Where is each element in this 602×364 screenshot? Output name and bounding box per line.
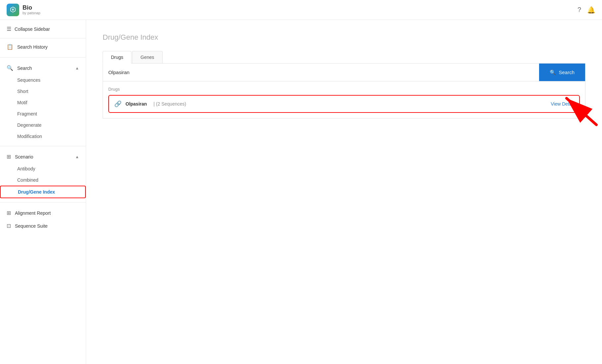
logo-area: Bio by patsnap <box>7 4 40 16</box>
alignment-section: ⊞ Alignment Report ⊡ Sequence Suite <box>0 205 86 234</box>
alignment-report-label: Alignment Report <box>15 210 51 216</box>
scenario-section: ⊞ Scenario ▲ Antibody Combined Drug/Gene… <box>0 148 86 200</box>
search-section: 🔍 Search ▲ Sequences Short Motif Fragmen… <box>0 60 86 144</box>
notification-icon[interactable]: 🔔 <box>587 6 595 14</box>
tab-bar: Drugs Genes <box>103 51 585 64</box>
sequences-count: | (2 Sequences) <box>154 101 186 107</box>
search-input[interactable] <box>103 64 539 81</box>
divider-1 <box>0 57 86 58</box>
sidebar-item-alignment-report[interactable]: ⊞ Alignment Report <box>0 206 86 219</box>
divider-3 <box>0 202 86 203</box>
divider-2 <box>0 146 86 146</box>
sidebar-item-motif[interactable]: Motif <box>0 97 86 108</box>
sidebar-item-modification[interactable]: Modification <box>0 131 86 142</box>
sidebar-item-search-history[interactable]: 📋 Search History <box>0 40 86 53</box>
sidebar-item-combined[interactable]: Combined <box>0 174 86 186</box>
drug-name: Olpasiran <box>125 101 147 107</box>
sequence-suite-icon: ⊡ <box>7 223 11 229</box>
search-group-icon: 🔍 <box>7 65 13 71</box>
sequence-suite-label: Sequence Suite <box>15 223 48 229</box>
search-container: 🔍 Search <box>103 64 585 81</box>
sidebar-item-short[interactable]: Short <box>0 86 86 97</box>
tab-drugs[interactable]: Drugs <box>103 51 131 64</box>
collapse-icon: ☰ <box>7 26 11 32</box>
drug-icon: 🔗 <box>114 100 122 108</box>
search-chevron-icon: ▲ <box>75 66 79 70</box>
alignment-icon: ⊞ <box>7 210 11 216</box>
sidebar-item-degenerate[interactable]: Degenerate <box>0 119 86 131</box>
search-group-label: Search <box>17 66 32 71</box>
view-detail-link[interactable]: View Detail <box>551 101 574 107</box>
scenario-chevron-icon: ▲ <box>75 155 79 159</box>
result-item-wrapper: 🔗 Olpasiran | (2 Sequences) View Detail <box>108 95 580 113</box>
app-header: Bio by patsnap ? 🔔 <box>0 0 602 20</box>
sidebar: ☰ Collapse Sidebar 📋 Search History 🔍 Se… <box>0 20 86 364</box>
sidebar-item-sequence-suite[interactable]: ⊡ Sequence Suite <box>0 219 86 232</box>
help-icon[interactable]: ? <box>577 6 581 14</box>
search-btn-icon: 🔍 <box>550 69 556 75</box>
search-sub-menu: Sequences Short Motif Fragment Degenerat… <box>0 74 86 142</box>
page-title: Drug/Gene Index <box>103 33 585 42</box>
search-row: 🔍 Search <box>103 64 585 81</box>
tab-genes[interactable]: Genes <box>132 51 162 63</box>
header-actions: ? 🔔 <box>577 6 595 14</box>
scenario-group-icon: ⊞ <box>7 154 11 160</box>
sidebar-item-drug-gene-index[interactable]: Drug/Gene Index <box>0 186 86 198</box>
sidebar-item-sequences[interactable]: Sequences <box>0 74 86 86</box>
results-section: Drugs 🔗 Olpasiran | (2 Sequences) View D… <box>103 81 585 118</box>
search-btn-label: Search <box>559 69 575 75</box>
logo-icon <box>7 4 19 16</box>
results-section-label: Drugs <box>108 87 580 92</box>
sidebar-item-fragment[interactable]: Fragment <box>0 108 86 119</box>
main-layout: ☰ Collapse Sidebar 📋 Search History 🔍 Se… <box>0 20 602 364</box>
scenario-group-label: Scenario <box>15 154 33 159</box>
result-item-olpasiran[interactable]: 🔗 Olpasiran | (2 Sequences) View Detail <box>108 95 580 113</box>
logo-subtitle: by patsnap <box>23 11 40 15</box>
main-content: Drug/Gene Index Drugs Genes 🔍 Search Dru… <box>86 20 602 364</box>
collapse-sidebar-button[interactable]: ☰ Collapse Sidebar <box>0 20 86 38</box>
search-history-section: 📋 Search History <box>0 38 86 55</box>
logo-text: Bio by patsnap <box>23 5 40 15</box>
collapse-sidebar-label: Collapse Sidebar <box>15 26 50 32</box>
history-icon: 📋 <box>7 44 13 50</box>
search-history-label: Search History <box>17 44 48 50</box>
sidebar-item-antibody[interactable]: Antibody <box>0 163 86 174</box>
search-group-header[interactable]: 🔍 Search ▲ <box>0 62 86 74</box>
scenario-sub-menu: Antibody Combined Drug/Gene Index <box>0 163 86 198</box>
search-button[interactable]: 🔍 Search <box>539 64 585 81</box>
scenario-group-header[interactable]: ⊞ Scenario ▲ <box>0 150 86 163</box>
logo-title: Bio <box>23 5 40 11</box>
